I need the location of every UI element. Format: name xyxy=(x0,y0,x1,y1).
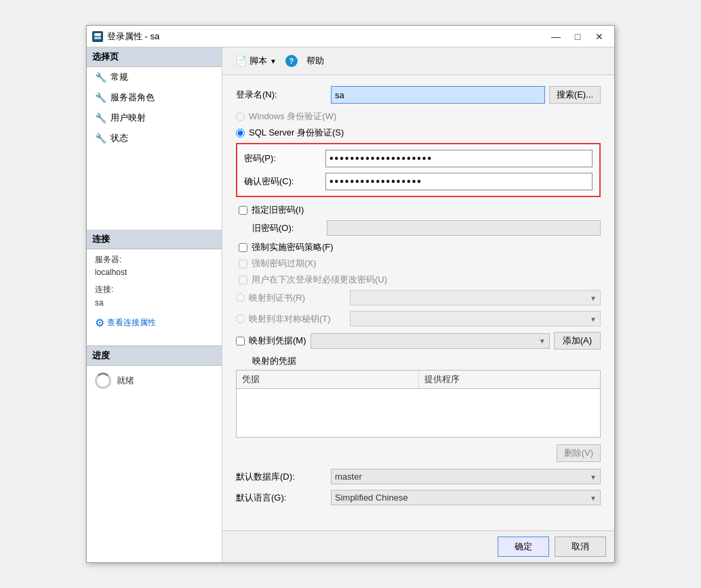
ok-button[interactable]: 确定 xyxy=(498,537,549,557)
credential-body xyxy=(237,389,600,436)
main-panel: 📄 脚本 ▼ ? 帮助 登录名(N): 搜索(E)... xyxy=(222,47,614,562)
maximize-button[interactable]: □ xyxy=(568,30,587,43)
svg-rect-0 xyxy=(94,33,101,36)
main-window: 登录属性 - sa — □ ✕ 选择页 🔧 常规 🔧 服务器角色 🔧 用户映射 xyxy=(86,25,615,563)
old-password-label: 旧密码(O): xyxy=(252,222,327,234)
wrench-icon-user-mapping: 🔧 xyxy=(95,112,106,123)
server-value: localhost xyxy=(95,266,214,279)
view-link-text: 查看连接属性 xyxy=(107,317,156,329)
sidebar-label-status: 状态 xyxy=(111,132,128,144)
connection-icon: ⚙ xyxy=(95,316,104,329)
help-label: 帮助 xyxy=(306,55,324,67)
enforce-policy-row: 强制实施密码策略(F) xyxy=(236,241,601,253)
delete-credential-button[interactable]: 删除(V) xyxy=(557,444,601,462)
enforce-policy-checkbox[interactable] xyxy=(239,243,247,252)
title-bar: 登录属性 - sa — □ ✕ xyxy=(87,26,614,47)
cancel-button[interactable]: 取消 xyxy=(555,537,606,557)
close-button[interactable]: ✕ xyxy=(590,30,609,43)
search-button[interactable]: 搜索(E)... xyxy=(549,86,601,104)
wrench-icon-general: 🔧 xyxy=(95,72,106,83)
credential-col1: 凭据 xyxy=(237,371,419,388)
script-label: 脚本 xyxy=(249,55,267,67)
map-asymkey-label: 映射到非对称秘钥(T) xyxy=(249,313,331,325)
view-connection-link[interactable]: ⚙ 查看连接属性 xyxy=(87,314,222,332)
script-dropdown: 📄 脚本 ▼ xyxy=(229,51,283,70)
db-icon xyxy=(92,31,103,42)
password-input[interactable] xyxy=(325,150,593,167)
must-change-checkbox[interactable] xyxy=(239,276,247,285)
password-label: 密码(P): xyxy=(244,152,325,165)
credential-col2: 提供程序 xyxy=(419,371,601,388)
content-area: 选择页 🔧 常规 🔧 服务器角色 🔧 用户映射 🔧 状态 连接 服务器: lo xyxy=(87,47,614,562)
map-cert-select[interactable] xyxy=(350,290,601,306)
specify-old-pwd-label: 指定旧密码(I) xyxy=(252,204,304,216)
sidebar-label-user-mapping: 用户映射 xyxy=(111,112,146,124)
enforce-expiry-checkbox[interactable] xyxy=(239,259,247,268)
login-name-control: 搜索(E)... xyxy=(331,86,601,104)
sidebar-item-status[interactable]: 🔧 状态 xyxy=(87,128,222,148)
wrench-icon-status: 🔧 xyxy=(95,133,106,144)
connection-value: sa xyxy=(95,297,214,310)
map-credential-select[interactable] xyxy=(311,333,550,349)
sidebar: 选择页 🔧 常规 🔧 服务器角色 🔧 用户映射 🔧 状态 连接 服务器: lo xyxy=(87,47,222,562)
confirm-password-input[interactable] xyxy=(325,173,593,190)
script-button[interactable]: 📄 脚本 ▼ xyxy=(229,51,283,70)
windows-auth-label: Windows 身份验证(W) xyxy=(249,110,336,123)
connection-title: 连接 xyxy=(87,230,222,249)
sidebar-label-server-roles: 服务器角色 xyxy=(111,91,155,104)
old-password-row: 旧密码(O): xyxy=(236,220,601,236)
title-bar-left: 登录属性 - sa xyxy=(92,30,159,43)
specify-old-pwd-checkbox[interactable] xyxy=(239,206,247,215)
windows-auth-row: Windows 身份验证(W) xyxy=(236,110,601,123)
window-title: 登录属性 - sa xyxy=(107,30,159,43)
map-cert-label: 映射到证书(R) xyxy=(249,292,305,304)
title-controls: — □ ✕ xyxy=(546,30,609,43)
default-db-select[interactable]: master xyxy=(331,469,601,484)
script-icon: 📄 xyxy=(235,56,247,66)
credential-table: 凭据 提供程序 xyxy=(236,370,601,438)
toolbar: 📄 脚本 ▼ ? 帮助 xyxy=(222,47,614,75)
sidebar-item-general[interactable]: 🔧 常规 xyxy=(87,67,222,87)
sql-auth-label: SQL Server 身份验证(S) xyxy=(249,127,344,139)
minimize-button[interactable]: — xyxy=(546,30,565,43)
login-name-label: 登录名(N): xyxy=(236,89,331,101)
sidebar-item-server-roles[interactable]: 🔧 服务器角色 xyxy=(87,87,222,108)
windows-auth-radio[interactable] xyxy=(236,112,245,121)
footer: 确定 取消 xyxy=(222,530,614,562)
password-box: 密码(P): 确认密码(C): xyxy=(236,143,601,197)
server-label: 服务器: xyxy=(95,253,214,266)
login-name-input[interactable] xyxy=(331,86,545,104)
must-change-label: 用户在下次登录时必须更改密码(U) xyxy=(252,274,387,286)
map-asymkey-label-group: 映射到非对称秘钥(T) xyxy=(236,313,344,325)
default-db-label: 默认数据库(D): xyxy=(236,471,331,483)
map-credential-label: 映射到凭据(M) xyxy=(249,335,306,347)
map-asymkey-row: 映射到非对称秘钥(T) xyxy=(236,311,601,327)
default-db-select-wrapper: master xyxy=(331,469,601,484)
connection-label: 连接: xyxy=(95,283,214,296)
map-credential-checkbox[interactable] xyxy=(236,337,245,345)
map-asymkey-select-wrapper xyxy=(350,311,601,327)
old-password-input[interactable] xyxy=(327,220,601,236)
default-lang-row: 默认语言(G): Simplified Chinese xyxy=(236,490,601,505)
help-icon: ? xyxy=(285,55,298,67)
progress-info: 就绪 xyxy=(87,366,222,396)
progress-title: 进度 xyxy=(87,345,222,366)
confirm-password-row: 确认密码(C): xyxy=(244,173,593,190)
sidebar-item-user-mapping[interactable]: 🔧 用户映射 xyxy=(87,108,222,128)
add-credential-button[interactable]: 添加(A) xyxy=(554,332,601,350)
enforce-policy-label: 强制实施密码策略(F) xyxy=(252,241,334,253)
map-asymkey-radio[interactable] xyxy=(236,314,245,323)
default-lang-label: 默认语言(G): xyxy=(236,492,331,504)
help-button[interactable]: 帮助 xyxy=(300,51,330,70)
map-asymkey-select[interactable] xyxy=(350,311,601,327)
default-lang-select[interactable]: Simplified Chinese xyxy=(331,490,601,505)
map-credential-select-wrapper xyxy=(311,333,550,349)
enforce-expiry-label: 强制密码过期(X) xyxy=(252,257,316,270)
credential-table-header: 凭据 提供程序 xyxy=(237,371,600,389)
must-change-row: 用户在下次登录时必须更改密码(U) xyxy=(236,274,601,286)
map-cert-radio[interactable] xyxy=(236,293,245,302)
sql-auth-radio[interactable] xyxy=(236,129,245,138)
sql-auth-row: SQL Server 身份验证(S) xyxy=(236,127,601,139)
confirm-password-label: 确认密码(C): xyxy=(244,175,325,188)
specify-old-pwd-row: 指定旧密码(I) xyxy=(236,204,601,216)
